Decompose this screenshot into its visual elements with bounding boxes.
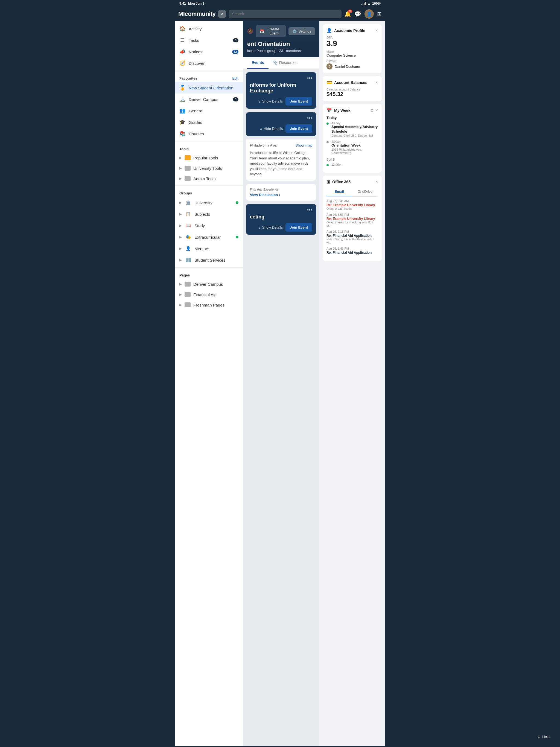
sidebar-label-general: General: [189, 108, 238, 113]
favourites-edit-button[interactable]: Edit: [232, 76, 238, 80]
sidebar-item-new-student-orientation[interactable]: 🏅 New Student Orientation: [175, 82, 243, 94]
sidebar-item-denver-campus-page[interactable]: ▶ Denver Campus: [175, 279, 243, 289]
email-2-subject[interactable]: Re: Example University Library: [327, 217, 378, 221]
week-event-1-time: All day: [331, 121, 378, 125]
sidebar-item-denver-campus[interactable]: 🏔️ Denver Campus 3: [175, 94, 243, 105]
my-week-settings-button[interactable]: ⚙: [370, 108, 374, 113]
event-2-location: Philadelphia Ave. Show map: [250, 143, 312, 147]
office365-tab-onedrive[interactable]: OneDrive: [352, 187, 378, 196]
chevron-up-icon-2: ∧: [260, 127, 262, 131]
academic-profile-widget: 👤 Academic Profile × GPA 3.9 Major Compu…: [323, 24, 382, 73]
settings-icon: ⚙️: [292, 29, 297, 33]
week-event-jul3-dot: [327, 164, 329, 166]
sidebar-label-extracurricular: Extracurricular: [195, 235, 221, 239]
divider-4: [175, 267, 243, 268]
view-discussion-button[interactable]: View Discussion ›: [250, 193, 280, 197]
sidebar-item-university-tools[interactable]: ▶ University Tools: [175, 163, 243, 173]
sidebar-item-activity[interactable]: 🏠 Activity: [175, 23, 243, 34]
sidebar-item-freshman-pages[interactable]: ▶ Freshman Pages: [175, 300, 243, 310]
email-4-subject[interactable]: Re: Financial Aid Application: [327, 251, 378, 255]
join-event-button-3[interactable]: Join Event: [285, 223, 312, 232]
gpa-value: 3.9: [327, 39, 378, 48]
tab-resources-label: Resources: [279, 60, 298, 65]
tab-resources[interactable]: 📎 Resources: [269, 57, 302, 69]
avatar-button[interactable]: 👤: [364, 9, 374, 19]
chevron-right-icon-mentors: ▶: [179, 247, 182, 251]
notification-badge: 3: [348, 9, 352, 13]
chevron-down-icon-3: ∨: [258, 225, 261, 229]
chevron-right-icon-university-group: ▶: [179, 201, 182, 205]
sidebar-item-courses[interactable]: 📚 Courses: [175, 128, 243, 139]
grid-button[interactable]: ⊞: [377, 11, 382, 17]
sidebar-label-university: University: [195, 200, 212, 205]
event-card-1: ••• niforms for Uniform Exchange ∨ Show …: [246, 72, 316, 109]
week-event-1: All day Special Assembly/Advisory Schedu…: [327, 121, 378, 137]
sidebar-item-notices[interactable]: 📣 Notices 12: [175, 46, 243, 57]
banner-actions: 🔕 📅 Create Event ⚙️ Settings: [247, 25, 315, 37]
courses-icon: 📚: [179, 131, 185, 137]
sidebar-item-popular-tools[interactable]: ▶ Popular Tools: [175, 153, 243, 163]
sidebar-item-mentors[interactable]: ▶ 👤 Mentors: [175, 243, 243, 254]
advisor-row: D Daniel Dushane: [327, 63, 378, 70]
sidebar-item-extracurricular[interactable]: ▶ 🎭 Extracurricular: [175, 231, 243, 243]
chat-button[interactable]: 💬: [354, 11, 361, 17]
sidebar-item-discover[interactable]: 🧭 Discover: [175, 57, 243, 69]
week-event-1-location: Edmund Clerk 280, Dodge Hall: [331, 134, 378, 137]
show-details-button-3[interactable]: ∨ Show Details: [258, 225, 283, 229]
sidebar-item-financial-aid[interactable]: ▶ Financial Aid: [175, 289, 243, 300]
sidebar-label-tasks: Tasks: [189, 38, 230, 43]
discussion-card: First Year Experience View Discussion ›: [246, 184, 316, 201]
paperclip-icon: 📎: [273, 60, 278, 65]
week-event-2-time: 9:00am: [331, 140, 378, 143]
tasks-badge: 3: [233, 38, 238, 42]
event-2-menu[interactable]: •••: [307, 115, 312, 121]
office365-close-button[interactable]: ×: [376, 179, 378, 184]
divider-2: [175, 141, 243, 141]
email-4-date: Aug 25, 1:43 PM: [327, 247, 378, 250]
event-card-3: ••• eeting ∨ Show Details Join Event: [246, 204, 316, 235]
email-3-date: Aug 25, 2:15 PM: [327, 230, 378, 233]
close-button[interactable]: ×: [218, 10, 226, 18]
tab-events-label: Events: [252, 60, 264, 65]
create-event-button[interactable]: 📅 Create Event: [256, 25, 286, 37]
email-1-subject[interactable]: Re: Example University Library: [327, 203, 378, 207]
show-details-button-1[interactable]: ∨ Show Details: [258, 99, 283, 103]
sidebar-item-admin-tools[interactable]: ▶ Admin Tools: [175, 173, 243, 184]
settings-button[interactable]: ⚙️ Settings: [288, 27, 315, 35]
freshman-pages-folder-icon: [184, 302, 190, 307]
header-icons: 🔔 3 💬 👤 ⊞: [344, 9, 382, 19]
join-event-button-2[interactable]: Join Event: [285, 124, 312, 133]
join-event-button-1[interactable]: Join Event: [285, 97, 312, 106]
extracurricular-active-dot: [236, 236, 238, 238]
event-1-menu[interactable]: •••: [307, 75, 312, 81]
my-week-close-button[interactable]: ×: [376, 108, 378, 113]
notifications-button[interactable]: 🔔 3: [344, 11, 351, 17]
academic-profile-close-button[interactable]: ×: [376, 28, 378, 33]
week-event-jul3-time: 12:00pm: [331, 163, 378, 166]
email-item-2: Aug 26, 3:53 PM Re: Example University L…: [327, 213, 378, 227]
sidebar-item-student-services[interactable]: ▶ ℹ️ Student Services: [175, 254, 243, 266]
orientation-icon: 🏅: [179, 85, 185, 91]
event-3-menu[interactable]: •••: [307, 207, 312, 213]
chat-icon: 💬: [354, 11, 361, 17]
sidebar: 🏠 Activity ☰ Tasks 3 📣 Notices 12 🧭 Disc…: [175, 21, 243, 746]
sidebar-item-study[interactable]: ▶ 📖 Study: [175, 220, 243, 231]
sidebar-item-subjects[interactable]: ▶ 📋 Subjects: [175, 208, 243, 220]
tab-events[interactable]: Events: [247, 57, 269, 69]
hide-details-button-2[interactable]: ∧ Hide Details: [260, 127, 283, 131]
email-3-subject[interactable]: Re: Financial Aid Application: [327, 234, 378, 238]
sidebar-item-general[interactable]: 👥 General: [175, 105, 243, 117]
search-input[interactable]: [229, 9, 341, 18]
week-event-2: 9:00am Orientation Week 1015 Philadelphi…: [327, 140, 378, 154]
sidebar-label-university-tools: University Tools: [193, 166, 222, 171]
account-balances-close-button[interactable]: ×: [376, 80, 378, 85]
sidebar-item-university[interactable]: ▶ 🏛️ University: [175, 197, 243, 208]
signal-icon: [361, 2, 365, 5]
campus-balance-label: Campus account balance: [327, 88, 378, 91]
sidebar-item-tasks[interactable]: ☰ Tasks 3: [175, 34, 243, 46]
show-map-button[interactable]: Show map: [296, 143, 312, 147]
office365-icon: ⊞: [327, 179, 330, 185]
office365-tab-email[interactable]: Email: [327, 187, 352, 196]
admin-tools-folder-icon: [184, 176, 190, 181]
sidebar-item-grades[interactable]: 🎓 Grades: [175, 117, 243, 128]
